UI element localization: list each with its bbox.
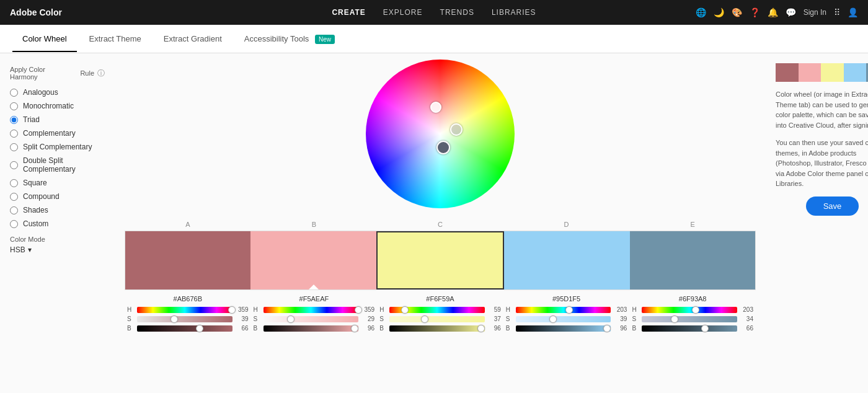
radio-triad[interactable]: Triad (10, 115, 105, 124)
radio-complementary[interactable]: Complementary (10, 129, 105, 138)
bri-thumb-b[interactable] (351, 325, 358, 332)
hue-track-d[interactable] (516, 307, 611, 313)
hue-thumb-d[interactable] (565, 306, 573, 314)
color-col-b: #F5AEAF H 359 S 29 (251, 295, 378, 334)
hue-track-c[interactable] (389, 307, 485, 313)
preview-swatch-c (821, 63, 844, 82)
wheel-handle-b[interactable] (450, 123, 463, 136)
radio-analogous[interactable]: Analogous (10, 88, 105, 97)
color-wheel-container[interactable] (366, 60, 515, 208)
color-wheel[interactable] (366, 60, 515, 208)
bri-thumb-d[interactable] (603, 325, 611, 332)
sat-val-b: 29 (361, 316, 374, 322)
tab-accessibility-tools[interactable]: Accessibility Tools New (234, 25, 345, 52)
sat-thumb-d[interactable] (549, 316, 557, 323)
swatch-d[interactable] (504, 231, 629, 289)
slider-h-a: H 359 (127, 306, 249, 313)
hue-thumb-b[interactable] (355, 306, 362, 314)
brand-logo: Adobe Color (10, 7, 62, 17)
sat-track-d[interactable] (516, 316, 611, 322)
bri-val-a: 66 (235, 325, 249, 332)
bri-thumb-c[interactable] (477, 325, 485, 332)
bri-val-c: 96 (487, 325, 501, 332)
tab-color-wheel[interactable]: Color Wheel (12, 25, 77, 52)
bri-track-b[interactable] (264, 325, 359, 332)
sat-track-e[interactable] (642, 316, 737, 322)
radio-custom[interactable]: Custom (10, 219, 105, 228)
sat-thumb-c[interactable] (421, 316, 428, 323)
nav-explore[interactable]: EXPLORE (383, 8, 423, 17)
radio-double-split[interactable]: Double Split Complementary (10, 156, 105, 174)
hue-val-b: 359 (361, 306, 374, 313)
bri-thumb-e[interactable] (701, 325, 709, 332)
swatch-label-c: C (377, 221, 503, 228)
sign-in-button[interactable]: Sign In (804, 8, 826, 17)
color-col-c: #F6F59A H 59 S 37 (377, 295, 503, 334)
tab-extract-gradient[interactable]: Extract Gradient (154, 25, 232, 52)
hue-track-b[interactable] (264, 307, 359, 313)
color-values-row: #AB676B H 359 S (125, 295, 756, 334)
hex-b: #F5AEAF (254, 295, 375, 302)
color-icon[interactable]: 🎨 (732, 7, 742, 17)
radio-monochromatic[interactable]: Monochromatic (10, 102, 105, 110)
save-button[interactable]: Save (806, 196, 859, 216)
nav-trends[interactable]: TRENDS (440, 8, 474, 17)
sat-thumb-a[interactable] (170, 316, 178, 323)
slider-b-a: B 66 (127, 325, 249, 332)
slider-h-c: H 59 (379, 306, 501, 313)
bri-val-d: 96 (613, 325, 627, 332)
preview-swatch-b (799, 63, 822, 82)
sat-track-a[interactable] (137, 316, 232, 322)
sat-thumb-b[interactable] (287, 316, 294, 323)
radio-square[interactable]: Square (10, 179, 105, 187)
nav-right: 🌐 🌙 🎨 ❓ 🔔 💬 Sign In ⠿ 👤 (696, 7, 858, 17)
nav-create[interactable]: CREATE (332, 8, 365, 17)
color-mode-select[interactable]: HSB ▾ (10, 245, 105, 254)
info-icon[interactable]: ⓘ (97, 68, 105, 79)
hue-thumb-c[interactable] (401, 306, 409, 314)
swatch-e[interactable] (630, 231, 755, 289)
sat-track-b[interactable] (264, 316, 359, 322)
nav-libraries[interactable]: LIBRARIES (492, 8, 536, 17)
color-mode-label: Color Mode (10, 236, 105, 243)
help-icon[interactable]: ❓ (750, 7, 760, 17)
swatch-b[interactable] (250, 231, 376, 289)
slider-h-b: H 359 (254, 306, 375, 313)
swatch-a[interactable] (125, 231, 250, 289)
swatch-c[interactable] (376, 231, 504, 289)
sat-val-a: 39 (235, 316, 249, 322)
hex-a: #AB676B (127, 295, 249, 302)
hue-val-a: 359 (235, 306, 249, 313)
bri-thumb-a[interactable] (196, 325, 203, 332)
hue-track-e[interactable] (642, 307, 737, 313)
wheel-handle-a[interactable] (430, 102, 441, 113)
sat-thumb-e[interactable] (671, 316, 678, 323)
sat-val-d: 39 (613, 316, 627, 322)
bri-track-c[interactable] (389, 325, 485, 332)
bri-track-e[interactable] (642, 325, 737, 332)
right-panel: Color wheel (or image in Extract Theme t… (766, 53, 868, 393)
radio-split-complementary[interactable]: Split Complementary (10, 143, 105, 151)
sat-track-c[interactable] (389, 316, 485, 322)
chat-icon[interactable]: 💬 (786, 7, 796, 17)
hue-thumb-a[interactable] (228, 306, 236, 314)
slider-b-c: B 96 (379, 325, 501, 332)
radio-shades[interactable]: Shades (10, 206, 105, 214)
tab-extract-theme[interactable]: Extract Theme (79, 25, 151, 52)
bri-track-d[interactable] (516, 325, 611, 332)
hue-track-a[interactable] (137, 307, 232, 313)
moon-icon[interactable]: 🌙 (714, 7, 724, 17)
bri-track-a[interactable] (137, 325, 232, 332)
bell-icon[interactable]: 🔔 (768, 7, 778, 17)
globe-icon[interactable]: 🌐 (696, 7, 706, 17)
sat-val-e: 34 (740, 316, 753, 322)
account-icon[interactable]: 👤 (848, 7, 858, 17)
slider-s-e: S 34 (632, 316, 753, 322)
wheel-handle-c[interactable] (436, 141, 450, 154)
main-content: Apply Color Harmony Rule ⓘ Analogous Mon… (0, 53, 868, 393)
harmony-label: Apply Color Harmony Rule ⓘ (10, 66, 105, 81)
radio-compound[interactable]: Compound (10, 192, 105, 201)
nav-links: CREATE EXPLORE TRENDS LIBRARIES (332, 8, 536, 17)
hue-thumb-e[interactable] (692, 306, 699, 314)
grid-icon[interactable]: ⠿ (834, 7, 840, 17)
